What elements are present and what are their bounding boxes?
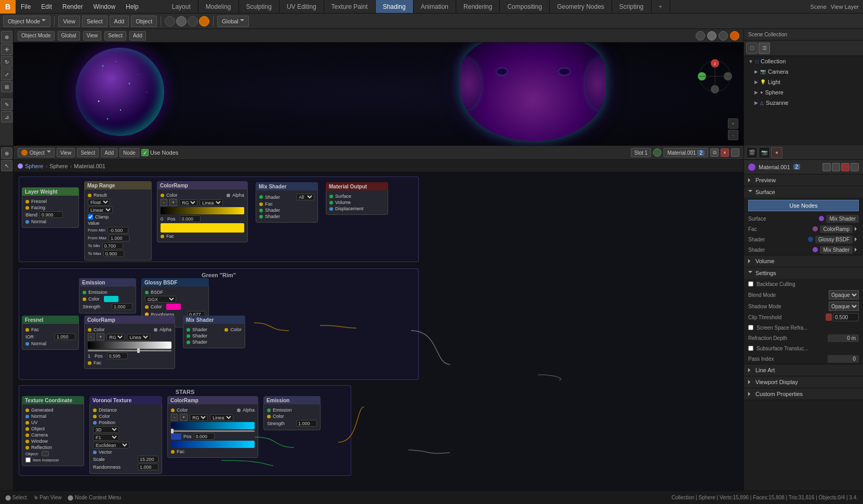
props-settings-btn[interactable] xyxy=(851,163,859,171)
props-line-art-title[interactable]: Line Art xyxy=(744,364,863,376)
socket-crs-alpha[interactable] xyxy=(237,408,241,412)
outliner-camera[interactable]: ▶ 📷 Camera xyxy=(744,66,863,77)
glossy-color-swatch[interactable] xyxy=(166,304,181,310)
scale-tool[interactable]: ⤢ xyxy=(1,69,12,80)
vp-material[interactable] xyxy=(719,31,728,40)
mr-to-min-input[interactable] xyxy=(102,242,123,249)
shader-select-btn[interactable]: Select xyxy=(77,148,99,157)
vp-object[interactable]: Add xyxy=(129,31,146,40)
glossy-ggx-select[interactable]: GGX xyxy=(145,296,176,303)
tab-texture-paint[interactable]: Texture Paint xyxy=(324,0,376,13)
transform-tool[interactable]: ⊞ xyxy=(1,81,12,92)
zoom-in-btn[interactable]: + xyxy=(728,118,738,129)
socket-facing[interactable] xyxy=(25,206,29,210)
vor-rand-input[interactable] xyxy=(138,464,158,470)
vor-scale-input[interactable] xyxy=(138,456,158,462)
zoom-out-btn[interactable]: - xyxy=(728,130,738,140)
socket-tc-refl[interactable] xyxy=(25,446,29,449)
vp-view[interactable]: Global xyxy=(58,31,80,40)
menu-render[interactable]: Render xyxy=(57,0,88,13)
mr-type-select[interactable]: Float xyxy=(88,199,110,206)
blend-mode-select[interactable]: Opaque xyxy=(829,290,859,299)
outliner-collection[interactable]: ▼ □ Collection xyxy=(744,56,863,66)
vp-add[interactable]: Select xyxy=(104,31,126,40)
shader-select-tool[interactable]: ↖ xyxy=(1,160,12,171)
crg-pos-input[interactable] xyxy=(107,352,128,359)
object-mode-btn[interactable]: Object Mode xyxy=(3,16,50,27)
shader1-expand-icon[interactable] xyxy=(855,237,859,241)
socket-result[interactable] xyxy=(88,194,91,197)
em-color-swatch[interactable] xyxy=(104,296,118,302)
mr-from-max-input[interactable] xyxy=(109,235,129,241)
tab-sculpting[interactable]: Sculpting xyxy=(239,0,280,13)
fr-ior-input[interactable] xyxy=(55,333,75,340)
ms-all-select[interactable]: All xyxy=(296,194,314,200)
clip-threshold-input[interactable] xyxy=(833,313,859,321)
socket-msg-s1[interactable] xyxy=(187,334,190,338)
tab-geometry-nodes[interactable]: Geometry Nodes xyxy=(550,0,612,13)
crg-mode-select[interactable]: RGB xyxy=(107,334,125,340)
ems-strength-input[interactable] xyxy=(296,420,317,427)
socket-fr-out[interactable] xyxy=(25,328,29,332)
global-btn[interactable]: Global xyxy=(217,16,249,27)
socket-vor-pos[interactable] xyxy=(93,421,97,425)
breadcrumb-sphere[interactable]: Sphere xyxy=(25,163,43,169)
props-volume-title[interactable]: Volume xyxy=(744,255,863,267)
shadow-mode-select[interactable]: Opaque xyxy=(829,302,859,311)
socket-crg-color[interactable] xyxy=(88,328,91,332)
vp-render[interactable] xyxy=(730,31,739,40)
material-link-btn[interactable]: ⧉ xyxy=(710,148,719,157)
socket-tc-uv[interactable] xyxy=(25,421,29,425)
shader-view-btn[interactable]: View xyxy=(57,148,75,157)
vor-eucl-select[interactable]: Euclidean xyxy=(93,442,129,448)
material-settings-btn[interactable] xyxy=(731,148,739,157)
mr-to-max-input[interactable] xyxy=(103,250,124,257)
shader2-value[interactable]: Mix Shader xyxy=(820,246,853,254)
props-settings-title[interactable]: Settings xyxy=(744,267,863,279)
crs-slider-handle[interactable] xyxy=(171,429,174,433)
cr-mode-select[interactable]: RGB xyxy=(179,199,197,206)
material-preview-btn[interactable] xyxy=(188,16,198,26)
use-nodes-toggle[interactable]: ✓ Use Nodes xyxy=(141,149,178,156)
screen-space-cb[interactable] xyxy=(748,325,753,330)
socket-fr-normal[interactable] xyxy=(25,342,29,346)
crs-interp-select[interactable]: Linear xyxy=(210,414,233,421)
tab-rendering[interactable]: Rendering xyxy=(456,0,500,13)
breadcrumb-mesh[interactable]: Sphere xyxy=(49,163,68,169)
props-output-icon[interactable]: 📷 xyxy=(759,147,770,158)
socket-ems-out[interactable] xyxy=(267,408,271,412)
socket-crg-alpha[interactable] xyxy=(154,328,157,332)
props-del-btn[interactable] xyxy=(841,163,849,171)
filter-icon-btn[interactable]: ☰ xyxy=(759,43,770,54)
mr-interp-select[interactable]: Linear xyxy=(88,207,113,213)
annotate-tool[interactable]: ✎ xyxy=(1,99,12,110)
props-preview-title[interactable]: Preview xyxy=(744,174,863,186)
viewport-shader-divider[interactable] xyxy=(14,145,743,146)
socket-em-color[interactable] xyxy=(83,297,86,301)
crg-slider[interactable] xyxy=(88,350,171,351)
crg-plus-btn[interactable]: + xyxy=(97,333,104,340)
props-copy-btn[interactable] xyxy=(832,163,840,171)
socket-vor-vec[interactable] xyxy=(93,451,97,454)
socket-ms-fac[interactable] xyxy=(259,202,263,206)
socket-tc-cam[interactable] xyxy=(25,433,29,437)
move-tool[interactable]: ✛ xyxy=(1,44,12,55)
scene-icon-btn[interactable]: ⬡ xyxy=(746,43,758,54)
tc-instancer-cb[interactable] xyxy=(25,457,31,462)
rotate-tool[interactable]: ↻ xyxy=(1,56,12,67)
tab-add[interactable]: + xyxy=(652,0,670,13)
tab-uv-editing[interactable]: UV Editing xyxy=(280,0,324,13)
crg-minus-btn[interactable]: - xyxy=(88,333,95,340)
socket-crs-color[interactable] xyxy=(171,408,175,412)
crs-mode-select[interactable]: RGB xyxy=(190,414,208,421)
view-btn[interactable]: View xyxy=(58,16,80,27)
shader-cursor-tool[interactable]: ⊕ xyxy=(1,147,12,159)
shader-object-type[interactable]: Object xyxy=(18,148,55,157)
solid-btn[interactable] xyxy=(176,16,187,26)
cr-minus-btn[interactable]: - xyxy=(161,199,167,206)
vor-type-select[interactable]: 3D xyxy=(93,426,119,433)
socket-tc-obj[interactable] xyxy=(25,427,29,431)
socket-crs-fac[interactable] xyxy=(171,450,175,454)
shader-node-btn[interactable]: Node xyxy=(120,148,139,157)
socket-ms-shader1[interactable] xyxy=(259,209,263,212)
